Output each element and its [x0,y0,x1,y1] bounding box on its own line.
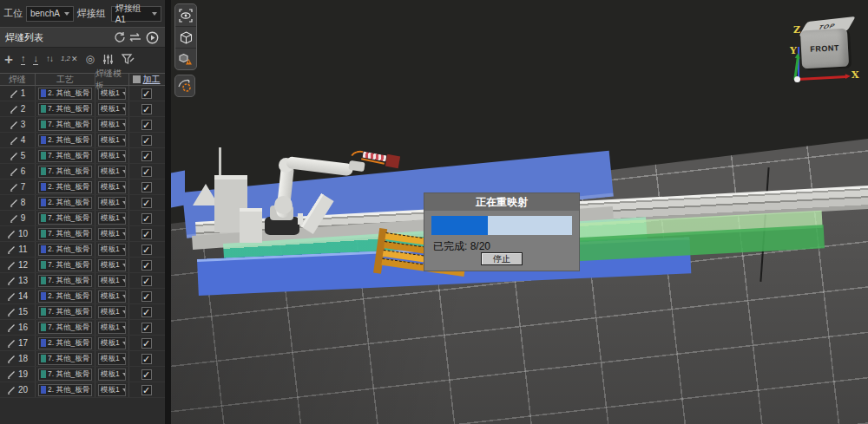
template-select[interactable]: 模板1 [98,197,126,209]
template-select[interactable]: 模板1 [98,228,126,240]
process-select[interactable]: 2. 其他_板骨 [38,337,92,349]
machining-checkbox[interactable]: ✓ [141,198,152,208]
seam-row[interactable]: 7 2. 其他_板骨 模板1 ✓ [0,179,165,195]
column-template[interactable]: 焊缝模板 [95,74,129,85]
template-select[interactable]: 模板1 [98,150,126,162]
machining-checkbox[interactable]: ✓ [141,260,152,271]
tune-icon[interactable] [102,54,114,65]
seam-row[interactable]: 8 2. 其他_板骨 模板1 ✓ [0,195,165,211]
template-select[interactable]: 模板1 [98,244,126,256]
template-select[interactable]: 模板1 [98,290,126,303]
machining-checkbox[interactable]: ✓ [141,276,152,286]
column-machining[interactable]: 加工 [129,74,163,85]
template-select[interactable]: 模板1 [98,103,126,115]
process-select[interactable]: 7. 其他_板骨 [38,306,92,318]
process-select[interactable]: 7. 其他_板骨 [38,228,92,240]
remap-icon[interactable] [128,30,143,45]
orbit-cube-icon[interactable] [175,26,196,48]
renumber-icon[interactable]: 1,2 [61,55,78,63]
filter-icon[interactable] [122,54,135,65]
sync-icon[interactable] [112,30,127,45]
simulate-icon[interactable] [174,75,195,97]
machining-checkbox[interactable]: ✓ [141,213,152,224]
process-select[interactable]: 2. 其他_板骨 [38,88,92,100]
seam-row[interactable]: 19 7. 其他_板骨 模板1 ✓ [0,367,165,382]
run-icon[interactable] [145,30,160,45]
process-select[interactable]: 2. 其他_板骨 [38,384,92,396]
template-select[interactable]: 模板1 [98,88,126,100]
seam-row[interactable]: 18 7. 其他_板骨 模板1 ✓ [0,351,165,367]
move-bottom-icon[interactable]: ↓ [33,54,38,65]
seam-row[interactable]: 9 7. 其他_板骨 模板1 ✓ [0,211,165,226]
template-select[interactable]: 模板1 [98,384,126,396]
view-cube-front-face[interactable]: FRONT [800,29,849,69]
view-cube[interactable]: TOP FRONT Z Y X [789,9,867,91]
template-select[interactable]: 模板1 [98,322,126,334]
process-select[interactable]: 7. 其他_板骨 [38,119,92,131]
machining-checkbox[interactable]: ✓ [141,151,152,161]
process-select[interactable]: 7. 其他_板骨 [38,322,92,334]
seam-row[interactable]: 3 7. 其他_板骨 模板1 ✓ [0,117,165,133]
station-select[interactable]: benchA [26,6,74,22]
machining-checkbox[interactable]: ✓ [141,307,152,317]
machining-checkbox[interactable]: ✓ [141,182,152,192]
seam-row[interactable]: 16 7. 其他_板骨 模板1 ✓ [0,320,165,336]
collision-check-icon[interactable] [175,48,196,69]
template-select[interactable]: 模板1 [98,166,126,178]
process-select[interactable]: 2. 其他_板骨 [38,181,92,193]
process-select[interactable]: 7. 其他_板骨 [38,212,92,225]
template-select[interactable]: 模板1 [98,369,126,381]
process-select[interactable]: 2. 其他_板骨 [38,134,92,147]
seam-row[interactable]: 13 7. 其他_板骨 模板1 ✓ [0,273,165,289]
template-select[interactable]: 模板1 [98,275,126,287]
machining-checkbox[interactable]: ✓ [141,323,152,333]
stop-button[interactable]: 停止 [481,252,523,265]
seam-row[interactable]: 15 7. 其他_板骨 模板1 ✓ [0,304,165,320]
process-select[interactable]: 7. 其他_板骨 [38,353,92,365]
seam-row[interactable]: 1 2. 其他_板骨 模板1 ✓ [0,86,165,101]
process-select[interactable]: 7. 其他_板骨 [38,166,92,178]
fit-view-icon[interactable] [175,4,196,26]
machining-checkbox[interactable]: ✓ [141,385,152,395]
template-select[interactable]: 模板1 [98,212,126,225]
seam-row[interactable]: 12 7. 其他_板骨 模板1 ✓ [0,258,165,273]
sort-icon[interactable]: ↑↓ [46,55,53,63]
template-select[interactable]: 模板1 [98,119,126,131]
process-select[interactable]: 7. 其他_板骨 [38,103,92,115]
machining-checkbox[interactable]: ✓ [141,88,152,99]
machining-checkbox[interactable]: ✓ [141,245,152,255]
target-icon[interactable]: ◎ [86,54,95,64]
template-select[interactable]: 模板1 [98,134,126,147]
move-top-icon[interactable]: ↑ [21,54,26,65]
seam-row[interactable]: 11 2. 其他_板骨 模板1 ✓ [0,242,165,258]
weld-group-select[interactable]: 焊接组A1 [111,6,161,22]
process-select[interactable]: 2. 其他_板骨 [38,290,92,303]
template-select[interactable]: 模板1 [98,259,126,271]
scene-viewport[interactable]: 正在重映射 已完成: 8/20 停止 TOP FRONT Z Y X [171,0,868,424]
seam-row[interactable]: 17 2. 其他_板骨 模板1 ✓ [0,336,165,351]
machining-checkbox[interactable]: ✓ [141,104,152,114]
template-select[interactable]: 模板1 [98,306,126,318]
process-select[interactable]: 2. 其他_板骨 [38,197,92,209]
add-seam-icon[interactable]: + [4,52,13,67]
template-select[interactable]: 模板1 [98,353,126,365]
seam-row[interactable]: 5 7. 其他_板骨 模板1 ✓ [0,148,165,164]
seam-row[interactable]: 14 2. 其他_板骨 模板1 ✓ [0,289,165,304]
process-select[interactable]: 2. 其他_板骨 [38,244,92,256]
machining-checkbox[interactable]: ✓ [141,291,152,302]
machining-checkbox[interactable]: ✓ [141,135,152,146]
machining-checkbox[interactable]: ✓ [141,354,152,364]
machining-checkbox[interactable]: ✓ [141,229,152,239]
select-all-checkbox[interactable] [133,75,141,83]
machining-checkbox[interactable]: ✓ [141,166,152,177]
panel-divider[interactable] [165,0,171,424]
template-select[interactable]: 模板1 [98,181,126,193]
seam-row[interactable]: 20 2. 其他_板骨 模板1 ✓ [0,382,165,398]
process-select[interactable]: 7. 其他_板骨 [38,259,92,271]
seam-row[interactable]: 2 7. 其他_板骨 模板1 ✓ [0,101,165,117]
process-select[interactable]: 7. 其他_板骨 [38,275,92,287]
column-process[interactable]: 工艺 [36,74,95,85]
seam-row[interactable]: 6 7. 其他_板骨 模板1 ✓ [0,164,165,179]
column-seam[interactable]: 焊缝 [0,74,36,85]
machining-checkbox[interactable]: ✓ [141,120,152,130]
